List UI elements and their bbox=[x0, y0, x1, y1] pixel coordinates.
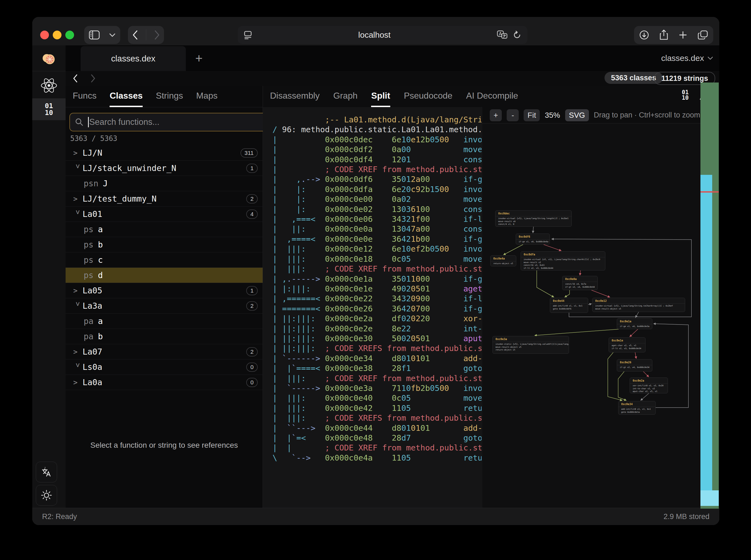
tree-row-method[interactable]: psd bbox=[65, 268, 263, 283]
tab-overview-icon[interactable] bbox=[697, 30, 708, 40]
reload-icon[interactable] bbox=[513, 31, 521, 39]
disasm-line[interactable]: | ||:|||: 0x000c0e30 50020501 aput- bbox=[273, 334, 481, 343]
url-text[interactable]: localhost bbox=[252, 30, 497, 40]
disasm-line[interactable]: | |||: 0x000c0e18 0c05 move- bbox=[273, 254, 481, 264]
disasm-line[interactable]: | ||:|||: 0x000c0e2a df020220 xor-i bbox=[273, 314, 481, 323]
disasm-line[interactable]: | |||: 0x000c0e12 6e10ef2b0500 invok bbox=[273, 244, 481, 254]
tree-row-class[interactable]: >LJ/stack_unwinder_N1 bbox=[65, 161, 263, 176]
disasm-line[interactable]: | 0x000c0dec 6e10e12b0500 invok bbox=[273, 135, 481, 144]
disasm-line[interactable]: | | ; CODE XREF from method.public.stati bbox=[273, 443, 481, 453]
file-selector[interactable]: classes.dex bbox=[661, 45, 713, 71]
reader-icon[interactable] bbox=[244, 30, 252, 40]
disasm-line[interactable]: | |: 0x000c0dfa 6e20c92b1500 invok bbox=[273, 184, 481, 194]
graph-canvas[interactable]: 0xc0decinvoke-virtual {v5}, Ljava/lang/S… bbox=[482, 123, 701, 508]
hexdump-icon[interactable]: 01 10 bbox=[682, 89, 689, 101]
share-icon[interactable] bbox=[659, 29, 669, 40]
translate-icon[interactable]: A bbox=[497, 30, 508, 40]
graph-node[interactable]: 0xc0e12invoke-virtual {v5}, Ljava/lang/S… bbox=[592, 298, 685, 312]
disasm-line[interactable]: | |||: ; CODE XREF from method.public.st… bbox=[273, 374, 481, 383]
disasm-line[interactable]: | |: 0x000c0e00 0a02 move- bbox=[273, 194, 481, 204]
forward-icon[interactable] bbox=[154, 30, 160, 40]
graph-node[interactable]: 0xc0dfainvoke-virtual {v5, v1}, Ljava/la… bbox=[521, 251, 605, 271]
downloads-icon[interactable] bbox=[639, 30, 649, 40]
tree-row-class[interactable]: >LJ/test_dummy_N2 bbox=[65, 191, 263, 206]
tab-funcs[interactable]: Funcs bbox=[73, 86, 97, 107]
file-tab[interactable]: classes.dex bbox=[81, 46, 186, 71]
tree-row-method[interactable]: psnJ bbox=[65, 176, 263, 191]
disasm-line[interactable]: | |||: 0x000c0e40 0c05 move- bbox=[273, 393, 481, 403]
disasm-line[interactable]: | `-----> 0x000c0e3a 7110fb2b0500 invok bbox=[273, 383, 481, 393]
tree-row-method[interactable]: paa bbox=[65, 314, 263, 329]
graph-node[interactable]: 0xc0e3ainvoke-static {v5}, Ljava/lang/St… bbox=[492, 336, 569, 354]
react-tool-icon[interactable] bbox=[40, 78, 58, 94]
disassembly-view[interactable]: ;-- La01.method.d(Ljava/lang/String;/ 96… bbox=[263, 107, 481, 508]
disasm-line[interactable]: | ||: 0x000c0e0a 13047a00 const bbox=[273, 224, 481, 234]
graph-node[interactable]: 0xc0e2axor-int/lit8 v2, v2, 0x20int-to-c… bbox=[630, 378, 668, 393]
disasm-line[interactable]: ;-- La01.method.d(Ljava/lang/String; bbox=[273, 115, 481, 124]
translate-button[interactable] bbox=[36, 462, 57, 482]
new-tab-icon[interactable] bbox=[678, 30, 688, 40]
zoom-window-button[interactable] bbox=[65, 31, 74, 39]
tab-ai-decompile[interactable]: AI Decompile bbox=[466, 86, 518, 107]
close-window-button[interactable] bbox=[40, 31, 49, 39]
graph-node[interactable]: 0xc0e26if-gt v2, v4, 0x000c0e34 bbox=[617, 359, 652, 372]
disasm-line[interactable]: | =======< 0x000c0e26 36420700 if-gt bbox=[273, 304, 481, 314]
add-tab-button[interactable]: + bbox=[192, 52, 206, 65]
tab-pseudocode[interactable]: Pseudocode bbox=[404, 86, 453, 107]
grapefruit-logo-icon[interactable] bbox=[41, 51, 57, 67]
disasm-line[interactable]: | |||: ; CODE XREFS from method.public.s… bbox=[273, 413, 481, 423]
graph-fit-button[interactable]: Fit bbox=[523, 109, 540, 121]
tree-row-method[interactable]: psa bbox=[65, 222, 263, 237]
disasm-line[interactable]: / 96: method.public.static.La01.La01.met… bbox=[273, 124, 481, 134]
disasm-line[interactable]: | `------> 0x000c0e34 d8010101 add-i bbox=[273, 354, 481, 363]
tree-row-method[interactable]: pab bbox=[65, 329, 263, 344]
disasm-line[interactable]: \ `--> 0x000c0e4a 1105 retur bbox=[273, 453, 481, 463]
tree-row-method[interactable]: psb bbox=[65, 237, 263, 253]
address-bar[interactable]: localhost A bbox=[238, 26, 528, 44]
graph-zoom-out-button[interactable]: - bbox=[507, 109, 519, 121]
disasm-line[interactable]: | ,======< 0x000c0e22 34320900 if-lt bbox=[273, 294, 481, 303]
graph-zoom-in-button[interactable]: + bbox=[490, 109, 502, 121]
history-forward-icon[interactable] bbox=[87, 72, 99, 85]
graph-node[interactable]: 0xc0decinvoke-virtual {v5}, Ljava/lang/S… bbox=[495, 211, 572, 227]
disasm-line[interactable]: | ; CODE XREF from method.public.stati bbox=[273, 164, 481, 174]
tab-split[interactable]: Split bbox=[371, 86, 390, 107]
tree-row-class[interactable]: >LJ/N311 bbox=[65, 145, 263, 161]
disasm-line[interactable]: | ||:|||: ; CODE XREFS from method.publi… bbox=[273, 343, 481, 353]
disasm-line[interactable]: | |`=< 0x000c0e48 28d7 goto bbox=[273, 433, 481, 443]
history-back-icon[interactable] bbox=[69, 72, 81, 85]
graph-svg-button[interactable]: SVG bbox=[565, 109, 589, 121]
theme-toggle-button[interactable] bbox=[36, 485, 57, 506]
tab-classes[interactable]: Classes bbox=[110, 86, 143, 107]
tree-row-class[interactable]: >La051 bbox=[65, 283, 263, 298]
disasm-line[interactable]: | ,.-----> 0x000c0e1a 35011000 if-ge bbox=[273, 274, 481, 284]
search-box[interactable]: Search functions... bbox=[70, 113, 269, 132]
disasm-line[interactable]: | |`====< 0x000c0e38 28f1 goto bbox=[273, 363, 481, 373]
graph-node[interactable]: 0xc0e1eaget-char v2, v5, v1if-lt v2, v3,… bbox=[609, 337, 646, 353]
disasm-line[interactable]: | |||: 0x000c0e42 1105 retur bbox=[273, 403, 481, 413]
disasm-line[interactable]: | ,.--> 0x000c0df6 35012a00 if-ge bbox=[273, 174, 481, 184]
back-icon[interactable] bbox=[132, 30, 138, 40]
minimize-window-button[interactable] bbox=[53, 31, 61, 39]
disasm-line[interactable]: | ,====< 0x000c0e0e 36421b00 if-gt bbox=[273, 234, 481, 244]
tab-disassembly[interactable]: Disassembly bbox=[270, 86, 319, 107]
disasm-line[interactable]: | 0x000c0df2 0a00 move- bbox=[273, 144, 481, 154]
disasm-line[interactable]: | |:|||: 0x000c0e1e 49020501 aget- bbox=[273, 284, 481, 294]
tree-row-class[interactable]: >La072 bbox=[65, 344, 263, 360]
tab-strings[interactable]: Strings bbox=[156, 86, 183, 107]
graph-node[interactable]: 0xc0e44add-int/lit8 v1, v1, 0x1goto 0x00… bbox=[550, 298, 588, 313]
chevron-down-icon[interactable] bbox=[109, 33, 116, 37]
disasm-line[interactable]: | ,===< 0x000c0e06 34321f00 if-lt bbox=[273, 214, 481, 224]
graph-node[interactable]: 0xc0e34add-int/lit8 v1, v1, 0x1goto 0x00… bbox=[618, 401, 656, 415]
graph-node[interactable]: 0xc0e1aif-ge v1, v0, 0x000c0e3a bbox=[617, 318, 652, 329]
disasm-line[interactable]: | ||:|||: 0x000c0e2e 8e22 int-t bbox=[273, 324, 481, 334]
disasm-line[interactable]: | |||: ; CODE XREF from method.public.st… bbox=[273, 264, 481, 274]
graph-node[interactable]: 0xc0df6if-ge v1, v0, 0x000c0e4a bbox=[516, 234, 550, 244]
graph-node[interactable]: 0xc0e4areturn-object v5 bbox=[490, 255, 516, 266]
graph-node[interactable]: 0xc0e0aconst/16 v4, 0x7aif-gt v2, v4, 0x… bbox=[562, 276, 598, 290]
tab-graph[interactable]: Graph bbox=[333, 86, 357, 107]
tree-row-class[interactable]: >La014 bbox=[65, 206, 263, 222]
tree-row-class[interactable]: >La0a0 bbox=[65, 375, 263, 390]
disasm-line[interactable]: | 0x000c0df4 1201 const bbox=[273, 155, 481, 164]
disasm-line[interactable]: | |: 0x000c0e02 13036100 const bbox=[273, 204, 481, 214]
